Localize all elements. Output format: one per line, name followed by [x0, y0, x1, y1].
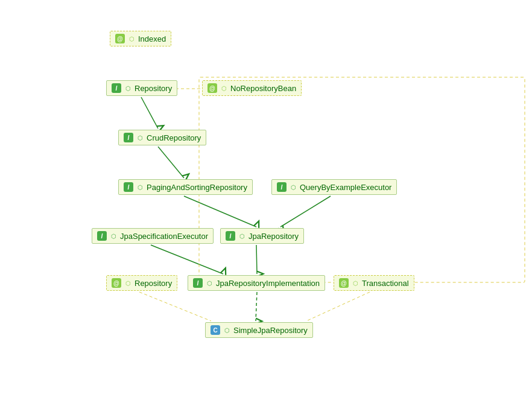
node-paging-sorting-repository[interactable]: I ⬡ PagingAndSortingRepository [118, 179, 253, 195]
node-label: SimpleJpaRepository [233, 326, 308, 335]
node-indexed[interactable]: @ ⬡ Indexed [110, 31, 171, 46]
badge-interface: I [124, 133, 133, 142]
node-label: JpaRepositoryImplementation [216, 279, 320, 288]
svg-line-4 [151, 245, 223, 274]
node-label: PagingAndSortingRepository [147, 183, 247, 192]
badge-interface: I [97, 231, 107, 241]
icon-interface: ⬡ [205, 279, 214, 287]
node-jparepository[interactable]: I ⬡ JpaRepository [220, 228, 304, 244]
icon-annotation: ⬡ [220, 84, 228, 92]
svg-line-0 [141, 97, 158, 129]
node-label: Repository [135, 279, 172, 288]
icon-interface: ⬡ [124, 84, 132, 92]
icon-class: ⬡ [223, 326, 231, 334]
icon-interface: ⬡ [136, 133, 144, 142]
badge-interface: I [277, 182, 287, 192]
node-transactional[interactable]: @ ⬡ Transactional [334, 275, 414, 291]
node-repository-top[interactable]: I ⬡ Repository [106, 80, 177, 96]
icon-annotation: ⬡ [124, 279, 132, 287]
icon-annotation: ⬡ [351, 279, 359, 287]
badge-class: C [211, 325, 220, 335]
svg-line-6 [256, 292, 257, 321]
node-crudrepository[interactable]: I ⬡ CrudRepository [118, 130, 206, 145]
node-querybyexampleexecutor[interactable]: I ⬡ QueryByExampleExecutor [271, 179, 397, 195]
node-label: CrudRepository [147, 133, 201, 142]
node-norepositorybean[interactable]: @ ⬡ NoRepositoryBean [202, 80, 302, 96]
icon-annotation: ⬡ [127, 34, 136, 43]
node-label: JpaRepository [249, 232, 299, 241]
badge-annotation: @ [207, 83, 217, 93]
badge-annotation: @ [339, 278, 349, 288]
node-label: Transactional [362, 279, 409, 288]
badge-annotation: @ [112, 278, 121, 288]
node-label: JpaSpecificationExecutor [120, 232, 208, 241]
node-repository-bottom[interactable]: @ ⬡ Repository [106, 275, 177, 291]
icon-interface: ⬡ [289, 183, 297, 191]
svg-line-2 [184, 196, 256, 227]
badge-interface: I [226, 231, 235, 241]
diagram-container: @ ⬡ Indexed I ⬡ Repository @ ⬡ NoReposit… [0, 0, 532, 394]
svg-line-10 [306, 292, 370, 321]
svg-line-9 [139, 292, 211, 321]
badge-interface: I [193, 278, 203, 288]
icon-interface: ⬡ [109, 232, 118, 240]
node-simplejparepository[interactable]: C ⬡ SimpleJpaRepository [205, 322, 313, 338]
node-label: Indexed [138, 34, 166, 43]
badge-interface: I [124, 182, 133, 192]
icon-interface: ⬡ [136, 183, 144, 191]
node-jparepositoryimplementation[interactable]: I ⬡ JpaRepositoryImplementation [188, 275, 325, 291]
svg-line-3 [280, 196, 331, 227]
svg-line-1 [158, 147, 184, 178]
badge-annotation: @ [115, 34, 125, 43]
badge-interface: I [112, 83, 121, 93]
node-jpaspecificationexecutor[interactable]: I ⬡ JpaSpecificationExecutor [92, 228, 214, 244]
node-label: Repository [135, 84, 172, 93]
node-label: QueryByExampleExecutor [300, 183, 391, 192]
svg-line-5 [256, 245, 257, 274]
icon-interface: ⬡ [238, 232, 246, 240]
node-label: NoRepositoryBean [230, 84, 296, 93]
